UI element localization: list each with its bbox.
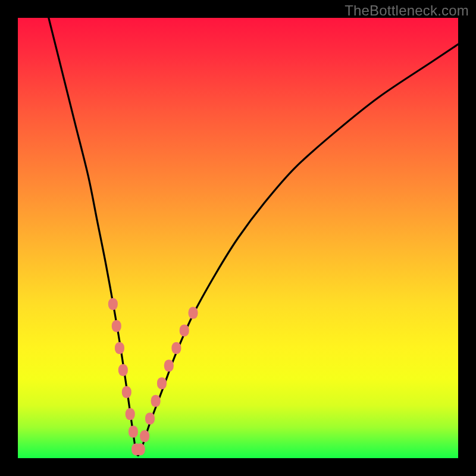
curve-marker (140, 430, 149, 442)
chart-plot-area (18, 18, 458, 458)
curve-marker (171, 342, 181, 354)
curve-marker (118, 364, 128, 376)
curve-marker (164, 360, 174, 372)
curve-marker (122, 386, 131, 398)
watermark-text: TheBottleneck.com (345, 2, 469, 19)
curve-layer (49, 18, 458, 455)
curve-marker (126, 408, 135, 420)
curve-marker (180, 324, 189, 336)
curve-marker (112, 320, 121, 332)
chart-frame: TheBottleneck.com (0, 0, 476, 476)
bottleneck-curve (49, 18, 458, 455)
curve-marker (136, 443, 145, 455)
curve-marker (115, 342, 124, 354)
curve-marker (108, 298, 118, 310)
curve-marker (129, 426, 138, 438)
marker-layer (108, 298, 198, 455)
bottleneck-curve-svg (18, 18, 458, 458)
curve-marker (189, 307, 198, 319)
curve-marker (145, 412, 155, 424)
curve-marker (157, 377, 167, 389)
curve-marker (151, 395, 161, 407)
